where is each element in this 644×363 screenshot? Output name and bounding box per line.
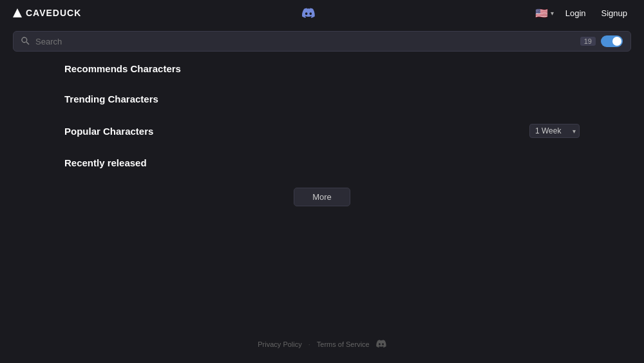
terms-of-service-link[interactable]: Terms of Service bbox=[317, 340, 370, 348]
section-recommends: Recommends Characters bbox=[64, 63, 580, 74]
login-button[interactable]: Login bbox=[562, 6, 590, 21]
footer-discord-icon[interactable] bbox=[376, 338, 386, 350]
search-icon bbox=[21, 37, 30, 46]
logo[interactable]: CAVEDUCK bbox=[13, 8, 81, 18]
section-title-trending: Trending Characters bbox=[64, 93, 158, 104]
signup-button[interactable]: Signup bbox=[598, 6, 631, 21]
section-title-recently: Recently released bbox=[64, 157, 147, 168]
logo-text: CAVEDUCK bbox=[26, 8, 81, 18]
toggle-container bbox=[601, 35, 623, 47]
popular-dropdown-wrap: 1 Week 1 Day 1 Month ▾ bbox=[529, 124, 580, 138]
section-header-recommends: Recommends Characters bbox=[64, 63, 580, 74]
toggle-switch[interactable] bbox=[601, 35, 623, 47]
more-button-container: More bbox=[64, 188, 580, 206]
logo-icon bbox=[13, 8, 22, 17]
main-content: Recommends Characters Trending Character… bbox=[0, 57, 644, 213]
search-bar: 19 bbox=[13, 31, 631, 52]
footer-separator: · bbox=[308, 340, 310, 348]
header-right: 🇺🇸 ▾ Login Signup bbox=[535, 6, 631, 21]
header-center bbox=[301, 7, 316, 19]
privacy-policy-link[interactable]: Privacy Policy bbox=[258, 340, 301, 348]
search-input[interactable] bbox=[35, 37, 575, 46]
flag-emoji: 🇺🇸 bbox=[535, 7, 548, 19]
section-popular: Popular Characters 1 Week 1 Day 1 Month … bbox=[64, 124, 580, 138]
more-button[interactable]: More bbox=[294, 188, 350, 206]
flag-dropdown[interactable]: 🇺🇸 ▾ bbox=[535, 7, 554, 19]
popular-timeframe-dropdown[interactable]: 1 Week 1 Day 1 Month bbox=[529, 124, 580, 138]
section-header-popular: Popular Characters 1 Week 1 Day 1 Month … bbox=[64, 124, 580, 138]
chevron-down-icon: ▾ bbox=[551, 10, 554, 17]
section-header-trending: Trending Characters bbox=[64, 93, 580, 104]
search-bar-container: 19 bbox=[0, 26, 644, 57]
section-recently: Recently released bbox=[64, 157, 580, 168]
footer: Privacy Policy · Terms of Service bbox=[0, 338, 644, 350]
toggle-slider bbox=[601, 35, 623, 47]
section-title-popular: Popular Characters bbox=[64, 126, 153, 137]
section-trending: Trending Characters bbox=[64, 93, 580, 104]
search-badge: 19 bbox=[580, 37, 596, 46]
section-title-recommends: Recommends Characters bbox=[64, 63, 181, 74]
section-header-recently: Recently released bbox=[64, 157, 580, 168]
header: CAVEDUCK 🇺🇸 ▾ Login Signup bbox=[0, 0, 644, 26]
discord-icon[interactable] bbox=[301, 7, 316, 19]
